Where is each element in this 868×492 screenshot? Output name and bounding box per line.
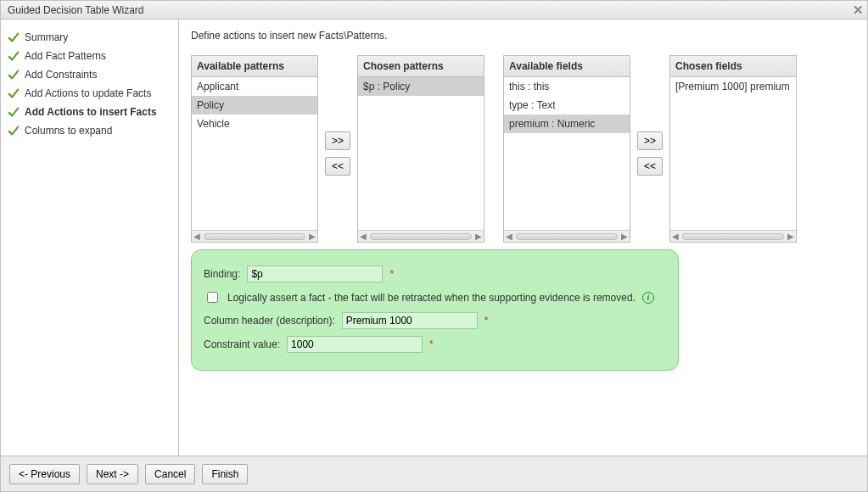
scrollbar[interactable]: ◀▶ <box>192 230 317 242</box>
step-label: Add Actions to insert Facts <box>25 106 157 118</box>
column-header-input[interactable] <box>342 312 478 329</box>
sidebar-step-4[interactable]: Add Actions to insert Facts <box>6 103 173 121</box>
transfer-columns: Available patterns ApplicantPolicyVehicl… <box>191 55 859 243</box>
sidebar-step-1[interactable]: Add Fact Patterns <box>6 47 173 65</box>
remove-field-button[interactable]: << <box>637 157 663 176</box>
required-icon: * <box>429 338 434 350</box>
logical-assert-label: Logically assert a fact - the fact will … <box>227 292 636 304</box>
cancel-button[interactable]: Cancel <box>145 464 195 484</box>
scrollbar[interactable]: ◀▶ <box>670 230 796 242</box>
constraint-value-input[interactable] <box>287 336 423 353</box>
wizard-dialog: Guided Decision Table Wizard ✕ SummaryAd… <box>1 1 867 491</box>
available-patterns-header: Available patterns <box>192 56 317 77</box>
logical-assert-checkbox[interactable] <box>207 292 218 303</box>
list-item[interactable]: premium : Numeric <box>504 115 630 133</box>
required-icon: * <box>389 268 394 280</box>
constraint-value-label: Constraint value: <box>204 338 280 350</box>
list-item[interactable]: [Premium 1000] premium <box>670 77 796 96</box>
step-label: Add Constraints <box>25 69 97 81</box>
next-button[interactable]: Next -> <box>87 464 138 484</box>
binding-input[interactable] <box>247 266 383 282</box>
window-title: Guided Decision Table Wizard <box>8 4 144 16</box>
add-field-button[interactable]: >> <box>637 131 663 150</box>
step-label: Columns to expand <box>25 125 112 137</box>
list-item[interactable]: $p : Policy <box>358 77 484 96</box>
scrollbar[interactable]: ◀▶ <box>358 230 484 242</box>
sidebar-step-0[interactable]: Summary <box>6 28 173 47</box>
step-label: Summary <box>25 31 68 43</box>
chosen-fields-list: Chosen fields [Premium 1000] premium ◀▶ <box>669 55 797 243</box>
available-fields-list: Available fields this : thistype : Textp… <box>503 55 630 243</box>
title-bar: Guided Decision Table Wizard ✕ <box>1 1 867 20</box>
binding-label: Binding: <box>204 268 240 280</box>
steps-sidebar: SummaryAdd Fact PatternsAdd ConstraintsA… <box>1 20 179 456</box>
available-fields-header: Available fields <box>504 56 630 77</box>
chosen-fields-header: Chosen fields <box>670 56 796 77</box>
step-label: Add Fact Patterns <box>25 50 106 62</box>
finish-button[interactable]: Finish <box>202 464 248 484</box>
sidebar-step-3[interactable]: Add Actions to update Facts <box>6 84 173 103</box>
info-icon[interactable]: i <box>642 292 654 304</box>
add-pattern-button[interactable]: >> <box>325 131 350 150</box>
step-label: Add Actions to update Facts <box>25 87 151 99</box>
column-header-label: Column header (description): <box>204 315 335 327</box>
chosen-patterns-list: Chosen patterns $p : Policy ◀▶ <box>357 55 484 243</box>
main-panel: Define actions to insert new Facts\Patte… <box>179 20 867 456</box>
sidebar-step-2[interactable]: Add Constraints <box>6 65 173 84</box>
field-move-buttons: >> << <box>637 131 663 176</box>
wizard-body: SummaryAdd Fact PatternsAdd ConstraintsA… <box>1 20 867 456</box>
close-icon[interactable]: ✕ <box>853 3 864 16</box>
list-item[interactable]: Vehicle <box>192 115 317 133</box>
list-item[interactable]: Policy <box>192 96 317 115</box>
available-patterns-list: Available patterns ApplicantPolicyVehicl… <box>191 55 318 243</box>
instruction-text: Define actions to insert new Facts\Patte… <box>191 30 859 42</box>
wizard-footer: <- Previous Next -> Cancel Finish <box>1 456 867 491</box>
list-item[interactable]: type : Text <box>504 96 630 115</box>
details-form: Binding: * Logically assert a fact - the… <box>191 249 679 371</box>
previous-button[interactable]: <- Previous <box>9 464 80 484</box>
scrollbar[interactable]: ◀▶ <box>504 230 630 242</box>
sidebar-step-5[interactable]: Columns to expand <box>6 121 173 140</box>
remove-pattern-button[interactable]: << <box>325 157 350 176</box>
chosen-patterns-header: Chosen patterns <box>358 56 484 77</box>
list-item[interactable]: Applicant <box>192 77 317 96</box>
required-icon: * <box>484 315 489 327</box>
list-item[interactable]: this : this <box>504 77 630 96</box>
pattern-move-buttons: >> << <box>325 131 350 176</box>
